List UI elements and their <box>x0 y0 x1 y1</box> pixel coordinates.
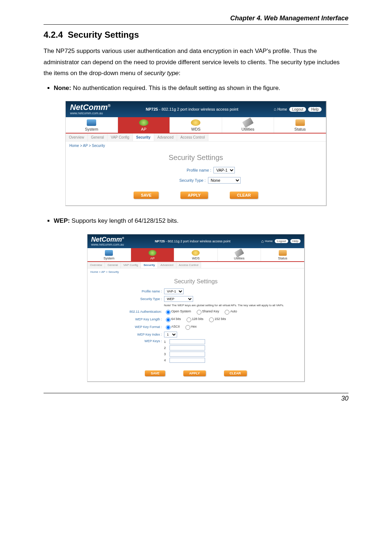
wds-icon <box>191 119 200 126</box>
security-type-label: Security Type : <box>151 178 206 182</box>
product-banner: NP725 - 802.11g 2 port indoor wireless a… <box>110 107 274 111</box>
apply-button[interactable]: APPLY <box>180 192 208 199</box>
subnav-overview[interactable]: Overview <box>87 262 105 268</box>
security-type-select[interactable]: WEP <box>164 296 193 302</box>
nav-utilities[interactable]: Utilities <box>222 117 274 133</box>
subnav-security[interactable]: Security <box>141 262 158 268</box>
system-icon <box>105 250 113 256</box>
subnav-overview[interactable]: Overview <box>66 134 88 141</box>
subnav-general[interactable]: General <box>105 262 121 268</box>
section-title-text: Security Settings <box>68 30 139 40</box>
wep-key-2[interactable] <box>170 345 205 350</box>
keylen-label: WEP Key Length : <box>104 317 162 321</box>
key-index-1: 1 <box>164 340 168 344</box>
apply-button[interactable]: APPLY <box>183 370 205 376</box>
help-button[interactable]: Help <box>308 107 322 112</box>
home-link[interactable]: Home <box>261 239 273 244</box>
logout-button[interactable]: Logout <box>289 107 306 112</box>
panel-title: Security Settings <box>87 278 304 285</box>
ap-icon <box>148 250 156 256</box>
wds-icon <box>192 250 200 256</box>
brand-url: www.netcomm.com.au <box>91 243 124 246</box>
status-icon <box>279 250 287 256</box>
screenshot-wep: NetComm® www.netcomm.com.au NP725 - 802.… <box>87 234 305 382</box>
subnav-general[interactable]: General <box>88 134 108 141</box>
bullet-wep: WEP: Supports key length of 64/128/152 b… <box>54 216 348 227</box>
system-icon <box>87 119 96 126</box>
wep-note: Note! The WEP keys are global setting fo… <box>164 304 288 307</box>
section-heading: 4.2.4 Security Settings <box>44 30 348 40</box>
keylen-128[interactable]: 128 bits <box>185 317 204 321</box>
security-type-label: Security Type : <box>104 297 162 301</box>
section-number: 4.2.4 <box>44 30 63 40</box>
wep-key-4[interactable] <box>170 358 205 363</box>
wep-key-1[interactable] <box>170 339 205 344</box>
subnav-security[interactable]: Security <box>133 134 154 141</box>
nav-status[interactable]: Status <box>261 248 304 261</box>
nav-ap[interactable]: AP <box>118 117 170 133</box>
subnav-access[interactable]: Access Control <box>176 262 201 268</box>
auth-open[interactable]: Open System <box>164 309 191 313</box>
utilities-icon <box>242 118 254 128</box>
nav-wds[interactable]: WDS <box>174 248 218 261</box>
subnav-access[interactable]: Access Control <box>177 134 208 141</box>
brand-logo: NetComm® <box>70 103 110 111</box>
profile-label: Profile name : <box>157 168 211 172</box>
key-index-3: 3 <box>164 352 168 356</box>
keyfmt-label: WEP Key Format : <box>104 325 162 329</box>
brand-logo: NetComm® <box>91 236 124 243</box>
intro-paragraph: The NP725 supports various user authenti… <box>44 46 348 79</box>
keys-label: WEP Keys : <box>104 339 162 343</box>
auth-shared[interactable]: Shared Key <box>195 309 219 313</box>
nav-wds[interactable]: WDS <box>170 117 222 133</box>
ap-icon <box>139 119 148 126</box>
bullet-none: None: No authentication required. This i… <box>54 83 348 94</box>
logout-button[interactable]: Logout <box>275 239 288 243</box>
page-number: 30 <box>44 393 348 402</box>
security-type-select[interactable]: None <box>208 177 241 184</box>
keylen-64[interactable]: 64 bits <box>164 317 181 321</box>
keyfmt-hex[interactable]: Hex <box>184 325 197 328</box>
subnav-vap[interactable]: VAP Config <box>107 134 133 141</box>
subnav-advanced[interactable]: Advanced <box>158 262 176 268</box>
chapter-header: Chapter 4. Web Management Interface <box>44 15 348 25</box>
subnav-vap[interactable]: VAP Config <box>121 262 141 268</box>
home-link[interactable]: Home <box>274 107 287 112</box>
panel-title: Security Settings <box>66 153 326 162</box>
auth-auto[interactable]: Auto <box>223 309 237 313</box>
keyidx-label: WEP Key Index : <box>104 333 162 336</box>
nav-system[interactable]: System <box>66 117 118 133</box>
save-button[interactable]: SAVE <box>134 192 159 199</box>
wep-key-3[interactable] <box>170 352 205 357</box>
nav-utilities[interactable]: Utilities <box>218 248 261 261</box>
subnav-advanced[interactable]: Advanced <box>154 134 177 141</box>
auth-label: 802.11 Authentication: <box>104 310 162 313</box>
nav-status[interactable]: Status <box>274 117 326 133</box>
profile-select[interactable]: VAP-1 <box>164 288 184 294</box>
keyfmt-ascii[interactable]: ASCII <box>164 325 180 328</box>
nav-ap[interactable]: AP <box>131 248 175 261</box>
clear-button[interactable]: CLEAR <box>230 192 258 199</box>
utilities-icon <box>234 249 244 258</box>
clear-button[interactable]: CLEAR <box>224 370 247 376</box>
breadcrumb: Home > AP > Security <box>66 141 326 150</box>
keylen-152[interactable]: 152 bits <box>207 317 226 321</box>
breadcrumb: Home > AP > Security <box>87 268 304 275</box>
nav-system[interactable]: System <box>87 248 131 261</box>
product-banner: NP725 - 802.11g 2 port indoor wireless a… <box>124 239 261 243</box>
profile-label: Profile name : <box>104 290 162 293</box>
keyidx-select[interactable]: 1 <box>164 332 177 337</box>
status-icon <box>295 119 305 126</box>
profile-select[interactable]: VAP-1 <box>213 167 235 173</box>
brand-url: www.netcomm.com.au <box>70 111 110 115</box>
key-index-2: 2 <box>164 346 168 350</box>
save-button[interactable]: SAVE <box>145 370 165 376</box>
help-button[interactable]: Help <box>290 239 301 243</box>
screenshot-none: NetComm® www.netcomm.com.au NP725 - 802.… <box>65 101 327 206</box>
key-index-4: 4 <box>164 358 168 362</box>
